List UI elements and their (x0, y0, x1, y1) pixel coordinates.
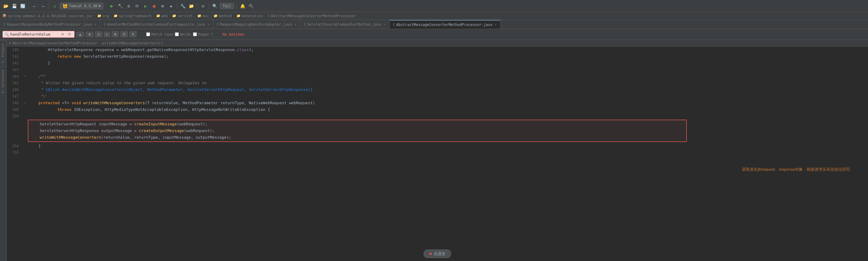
search-multiline-btn[interactable]: ≡ (104, 32, 110, 37)
back-icon[interactable]: ← (31, 3, 38, 9)
tab-label: HandlerMethodReturnValueHandlerComposite… (107, 22, 205, 27)
pkg-icon3: 📁 (156, 14, 160, 18)
refresh-icon[interactable]: 🔄 (19, 3, 26, 9)
code-line-150: 150 (7, 113, 868, 120)
class-icon-bc: C (9, 41, 11, 45)
words-option[interactable]: Words (175, 32, 191, 36)
line-content-153: writeWithMessageConverters(returnValue, … (30, 134, 684, 141)
tail-button[interactable]: Tail (220, 3, 234, 9)
wrench-icon[interactable]: 🔧 (179, 3, 186, 9)
line-num-149: 149 (7, 106, 22, 113)
search-next-btn[interactable]: ▼ (86, 32, 93, 37)
tomcat-selector[interactable]: 🐱 Tomcat 8.5.38 ▼ (60, 3, 103, 9)
sidebar-tab-project[interactable]: 1: Project (0, 40, 6, 66)
breadcrumb-servlet[interactable]: servlet (177, 14, 193, 18)
sep: › (110, 14, 112, 18)
breadcrumb-class[interactable]: AbstractMessageConverterMethodProcessor (271, 14, 356, 18)
regex-option[interactable]: Regex ? (193, 32, 213, 36)
search-icon[interactable]: 🔍 (211, 3, 218, 9)
pkg-icon4: 📁 (172, 14, 176, 18)
method-name-bc: writeWithMessageConverters() (102, 41, 163, 45)
search-history-btn[interactable]: ⟳ (67, 32, 72, 37)
open-file-icon[interactable]: 📂 (2, 3, 9, 9)
no-matches-text: No matches (223, 32, 244, 36)
arrow-icon: › (98, 41, 100, 45)
search-icon: 🔍 (4, 32, 9, 36)
breadcrumb-jar[interactable]: spring-webmvc-4.2.4.RELEASE-sources.jar (7, 14, 93, 18)
notification-icon[interactable]: 🔔 (239, 3, 246, 9)
profile-icon[interactable]: ◈ (167, 3, 174, 9)
coverage-icon[interactable]: ⊞ (159, 3, 166, 9)
plugin-icon[interactable]: 🔌 (248, 3, 254, 9)
code-line-145: 145 * Writes the given return value to t… (7, 80, 868, 86)
stop-icon[interactable]: ■ (151, 3, 157, 9)
annotation-text: 获取原生的request、response对象，根据请求头等信息往回写 (742, 167, 850, 172)
tab-c-icon5: C (393, 23, 395, 27)
breadcrumb-springframework[interactable]: springframework (119, 14, 151, 18)
breadcrumb-mvc[interactable]: mvc (203, 14, 209, 18)
sep7 (237, 3, 237, 9)
tab-close-icon5[interactable]: ✕ (495, 23, 497, 26)
search-wrap-btn[interactable]: ⊡ (95, 31, 102, 37)
tab-abstractmessage[interactable]: C AbstractMessageConverterMethodProcesso… (390, 20, 501, 29)
run2-icon[interactable]: ▶ (142, 3, 149, 9)
folder-icon[interactable]: 📁 (188, 3, 194, 9)
tooltip-button[interactable]: 点进去 (424, 250, 451, 258)
breadcrumb-annotation[interactable]: annotation (242, 14, 264, 18)
sep6 (209, 3, 209, 9)
fold-icon-144[interactable]: ▽ (24, 73, 26, 80)
line-content-148: protected <T> void writeWithMessageConve… (28, 100, 868, 106)
save-icon[interactable]: 💾 (11, 3, 18, 9)
search-input[interactable] (10, 32, 59, 36)
gutter-148: ▽ (22, 100, 28, 106)
tab-requestmapping[interactable]: C RequestMappingHandlerAdapter.java ✕ (213, 20, 300, 29)
code-area: C AbstractMessageConverterMethodProcesso… (7, 40, 868, 261)
rebuild-icon[interactable]: ⚙ (125, 3, 132, 9)
sidebar-tab-structure[interactable]: 2: Structure (0, 66, 6, 96)
line-content-152: ServletServerHttpResponse outputMessage … (30, 127, 684, 134)
tab-servletinvocable[interactable]: C ServletInvocableHandlerMethod.java ✕ (300, 20, 389, 29)
forward-icon[interactable]: → (39, 3, 46, 9)
right-annotation: 获取原生的request、response对象，根据请求头等信息往回写 (742, 167, 850, 172)
tab-close-icon3[interactable]: ✕ (294, 23, 296, 26)
search-filters-btn[interactable]: ⊞ (112, 31, 119, 37)
code-line-143: 143 (7, 66, 868, 73)
tab-close-icon4[interactable]: ✕ (384, 23, 386, 26)
run-icon[interactable]: ▶ (108, 3, 115, 9)
line-content-145: * Writes the given return value to the g… (28, 80, 868, 86)
search-clear-btn[interactable]: ✕ (60, 32, 65, 37)
search-options-btn[interactable]: ☰ (121, 31, 128, 37)
update-icon[interactable]: ⟳ (134, 3, 141, 9)
line-num-154: 154 (7, 143, 22, 149)
search-toggle-btn[interactable]: ⇅ (130, 31, 136, 37)
left-sidebar: 1: Project 2: Structure (0, 40, 7, 261)
tab-handlermethodreturn[interactable]: C HandlerMethodReturnValueHandlerComposi… (100, 20, 213, 29)
secondary-breadcrumb: C AbstractMessageConverterMethodProcesso… (7, 40, 868, 47)
code-line-148: 148 ▽ protected <T> void writeWithMessag… (7, 100, 868, 106)
search-prev-btn[interactable]: ▲ (76, 32, 84, 37)
tab-close-icon2[interactable]: ✕ (208, 23, 209, 26)
revert-icon[interactable]: ↺ (51, 3, 58, 9)
breadcrumb-org[interactable]: org (102, 14, 109, 18)
main-area: 1: Project 2: Structure C AbstractMessag… (0, 40, 868, 261)
tab-requestresponsebody[interactable]: C RequestResponseBodyMethodProcessor.jav… (0, 20, 100, 29)
sep: › (94, 14, 96, 18)
line-content-146: * {@link #writeWithMessageConverters(Obj… (28, 86, 868, 93)
code-line-144: 144 ▽ /** (7, 73, 868, 80)
code-line-142: 142 } (7, 60, 868, 66)
terminal-icon[interactable]: ⊡ (199, 3, 206, 9)
words-checkbox[interactable] (175, 32, 179, 36)
regex-checkbox[interactable] (193, 32, 197, 36)
breadcrumb-method[interactable]: method (219, 14, 231, 18)
match-case-checkbox[interactable] (146, 32, 150, 36)
breadcrumb-web[interactable]: web (161, 14, 168, 18)
line-content-149: throws IOException, HttpMediaTypeNotAcce… (28, 106, 868, 113)
tab-label: ServletInvocableHandlerMethod.java (307, 22, 381, 27)
pkg-icon7: 📁 (237, 14, 241, 18)
fold-icon-148[interactable]: ▽ (24, 100, 26, 106)
match-case-option[interactable]: Match Case (146, 32, 173, 36)
code-line-149: 149 throws IOException, HttpMediaTypeNot… (7, 106, 868, 113)
tab-close-icon[interactable]: ✕ (94, 23, 96, 26)
build-icon[interactable]: 🔨 (117, 3, 124, 9)
breadcrumb-bar: 📦 spring-webmvc-4.2.4.RELEASE-sources.ja… (0, 12, 868, 20)
